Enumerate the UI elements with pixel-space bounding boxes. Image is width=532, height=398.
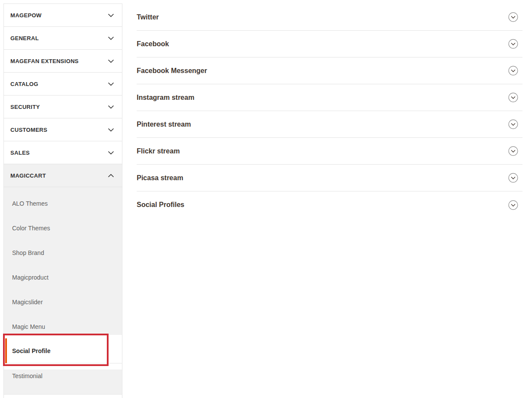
chevron-down-icon [108,36,114,40]
sidebar-item-label: Magicproduct [12,273,48,282]
group-title: Social Profiles [137,201,184,209]
config-group-pinterest-stream[interactable]: Pinterest stream [137,111,522,138]
sidebar-section-sales[interactable]: SALES [4,141,122,164]
group-title: Pinterest stream [137,121,191,128]
sidebar-item-label: Social Profile [12,347,51,355]
config-group-facebook[interactable]: Facebook [137,31,522,57]
group-title: Facebook Messenger [137,67,207,75]
sidebar-section-customers[interactable]: CUSTOMERS [4,118,122,141]
config-group-twitter[interactable]: Twitter [137,4,522,31]
sidebar-section-catalog[interactable]: CATALOG [4,73,122,96]
chevron-down-circle-icon[interactable] [508,173,518,183]
sidebar-item-label: Testimonial [12,372,42,380]
chevron-down-icon [108,151,114,155]
sidebar-item-label: Shop Brand [12,248,44,257]
group-title: Flickr stream [137,147,180,155]
chevron-down-circle-icon[interactable] [508,92,518,102]
chevron-down-circle-icon[interactable] [508,119,518,129]
sidebar-item-label: Color Themes [12,224,50,232]
sidebar-item-label: ALO Themes [12,199,48,208]
sidebar-item-magicslider[interactable]: Magicslider [4,286,122,310]
sidebar-item-color-themes[interactable]: Color Themes [4,212,122,236]
sidebar-item-label: Magicslider [12,298,43,306]
next-section-stub [4,395,122,398]
chevron-down-icon [108,59,114,63]
sidebar-section-general[interactable]: GENERAL [4,27,122,50]
config-groups-panel: Twitter Facebook Facebook Messenger Inst… [137,4,522,218]
sidebar-section-label: MAGEPOW [10,12,42,19]
chevron-down-circle-icon[interactable] [508,66,518,76]
group-title: Twitter [137,13,159,21]
sidebar-item-testimonial[interactable]: Testimonial [4,369,122,394]
chevron-down-circle-icon[interactable] [508,200,518,210]
store-configuration-page: MAGEPOW GENERAL MAGEFAN EXTENSIONS CATAL… [0,0,532,398]
config-group-picasa-stream[interactable]: Picasa stream [137,165,522,191]
sidebar-item-alo-themes[interactable]: ALO Themes [4,187,122,212]
sidebar-item-magic-menu[interactable]: Magic Menu [4,310,122,335]
config-group-instagram-stream[interactable]: Instagram stream [137,84,522,111]
config-group-social-profiles[interactable]: Social Profiles [137,191,522,218]
sidebar-section-label: MAGICCART [10,172,46,179]
sidebar-section-label: SECURITY [10,104,40,110]
magiccart-subnav: ALO Themes Color Themes Shop Brand Magic… [4,187,122,395]
group-title: Facebook [137,40,169,48]
chevron-down-icon [108,13,114,17]
sidebar-item-social-profile[interactable]: Social Profile [4,335,122,369]
config-group-flickr-stream[interactable]: Flickr stream [137,138,522,165]
chevron-down-circle-icon[interactable] [508,12,518,22]
chevron-down-icon [108,128,114,132]
sidebar-section-label: CUSTOMERS [10,127,48,133]
config-nav-sidebar: MAGEPOW GENERAL MAGEFAN EXTENSIONS CATAL… [3,3,122,398]
chevron-down-icon [108,82,114,86]
config-group-facebook-messenger[interactable]: Facebook Messenger [137,57,522,84]
sidebar-section-label: CATALOG [10,81,38,87]
chevron-down-icon [108,105,114,109]
group-title: Instagram stream [137,94,194,102]
sidebar-section-magiccart[interactable]: MAGICCART [4,164,122,187]
sidebar-item-magicproduct[interactable]: Magicproduct [4,261,122,286]
group-title: Picasa stream [137,174,183,182]
chevron-up-icon [108,174,114,178]
sidebar-item-label: Magic Menu [12,322,45,331]
sidebar-section-magefan-extensions[interactable]: MAGEFAN EXTENSIONS [4,50,122,73]
active-item-indicator: Social Profile [5,338,122,363]
sidebar-section-security[interactable]: SECURITY [4,96,122,118]
chevron-down-circle-icon[interactable] [508,146,518,156]
sidebar-section-label: GENERAL [10,35,39,41]
sidebar-section-magepow[interactable]: MAGEPOW [4,4,122,27]
sidebar-item-shop-brand[interactable]: Shop Brand [4,236,122,261]
chevron-down-circle-icon[interactable] [508,39,518,49]
sidebar-section-label: MAGEFAN EXTENSIONS [10,58,79,64]
sidebar-section-label: SALES [10,150,30,156]
